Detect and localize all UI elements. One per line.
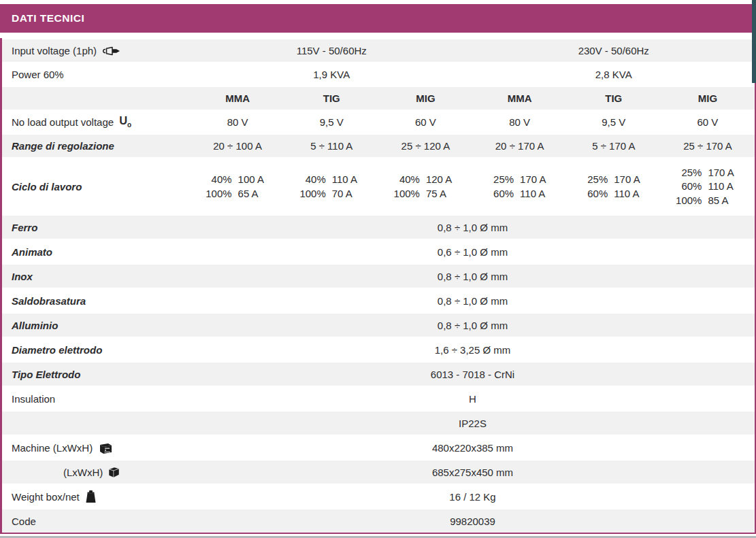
spec-value: IP22S <box>191 411 755 435</box>
mode-header: MIG <box>378 87 472 110</box>
range-value: 20 ÷ 100 A <box>191 135 284 157</box>
mode-header: TIG <box>567 87 661 110</box>
row-code: Code 99820039 <box>2 508 755 533</box>
input-voltage-115: 115V - 50/60Hz <box>191 39 473 62</box>
spec-value: 16 / 12 Kg <box>191 485 755 508</box>
mode-header: MMA <box>191 87 284 110</box>
spec-value: 0,6 ÷ 1,0 Ø mm <box>191 240 755 263</box>
mode-header: TIG <box>284 87 378 110</box>
power-label-cell: Power 60% <box>2 63 191 86</box>
range-values: 20 ÷ 100 A 5 ÷ 110 A 25 ÷ 120 A 20 ÷ 170… <box>191 135 755 157</box>
row-regulation-range: Range di regolazione 20 ÷ 100 A 5 ÷ 110 … <box>2 133 755 157</box>
spec-value: 480x220x385 mm <box>191 436 755 459</box>
no-load-value: 60 V <box>378 111 472 133</box>
spec-label: (LxWxH) <box>63 467 103 478</box>
duty-cycle-cell: 25%170 A 60%110 A <box>473 158 567 214</box>
duty-cycle-cell: 40%100 A 100%65 A <box>191 158 284 214</box>
spec-label: Alluminio <box>12 320 58 331</box>
spec-label: Animato <box>12 246 52 258</box>
row-tipo-elettrodo: Tipo Elettrodo 6013 - 7018 - CrNi <box>2 361 755 386</box>
row-ip-rating: IP22S <box>2 410 755 435</box>
machine-icon <box>98 441 112 454</box>
spec-label: Code <box>12 516 36 527</box>
edge-strip <box>752 0 756 83</box>
duty-cycle-cell: 40%120 A 100%75 A <box>378 158 472 214</box>
row-animato: Animato 0,6 ÷ 1,0 Ø mm <box>2 239 755 263</box>
weight-icon <box>85 490 97 503</box>
duty-cycle-values: 40%100 A 100%65 A 40%110 A 100%70 A 40%1… <box>191 158 755 214</box>
range-value: 5 ÷ 110 A <box>284 135 378 157</box>
mode-header: MIG <box>661 87 755 110</box>
row-diametro-elettrodo: Diametro elettrodo 1,6 ÷ 3,25 Ø mm <box>2 337 755 361</box>
row-insulation: Insulation H <box>2 386 755 410</box>
row-input-voltage: Input voltage (1ph) 115V - 50/60Hz 230V … <box>2 38 755 62</box>
power-label: Power 60% <box>12 69 64 80</box>
power-115: 1,9 KVA <box>191 63 473 86</box>
power-230: 2,8 KVA <box>473 63 755 86</box>
range-value: 5 ÷ 170 A <box>567 135 661 157</box>
u0-symbol: Uo <box>119 115 131 129</box>
page: DATI TECNICI Input voltage (1ph) 115V - … <box>0 4 756 534</box>
no-load-value: 80 V <box>191 111 284 133</box>
input-voltage-label-cell: Input voltage (1ph) <box>2 39 191 62</box>
duty-cycle-cell: 40%110 A 100%70 A <box>284 158 378 214</box>
no-load-label-cell: No load output voltage Uo <box>2 111 191 133</box>
no-load-value: 80 V <box>473 111 567 133</box>
input-voltage-label: Input voltage (1ph) <box>12 45 97 56</box>
range-value: 25 ÷ 170 A <box>661 135 755 157</box>
spec-value: 0,8 ÷ 1,0 Ø mm <box>191 265 755 288</box>
row-box-dimensions: (LxWxH) 685x275x450 mm <box>2 459 755 484</box>
spec-label: Weight box/net <box>12 491 80 503</box>
spec-label: Ferro <box>12 222 37 233</box>
row-inox: Inox 0,8 ÷ 1,0 Ø mm <box>2 263 755 288</box>
duty-cycle-label-cell: Ciclo di lavoro <box>2 158 191 214</box>
row-alluminio: Alluminio 0,8 ÷ 1,0 Ø mm <box>2 312 755 337</box>
no-load-value: 9,5 V <box>567 111 661 133</box>
mode-headers-cells: MMA TIG MIG MMA TIG MIG <box>191 87 755 110</box>
row-mode-headers: MMA TIG MIG MMA TIG MIG <box>2 86 755 110</box>
no-load-label: No load output voltage <box>12 116 114 128</box>
range-value: 20 ÷ 170 A <box>473 135 567 157</box>
power-plug-icon <box>102 46 120 56</box>
input-voltage-230: 230V - 50/60Hz <box>473 39 755 62</box>
spec-label: Machine (LxWxH) <box>12 442 93 454</box>
spec-value: 685x275x450 mm <box>191 460 755 484</box>
power-values: 1,9 KVA 2,8 KVA <box>191 63 755 86</box>
mode-headers-empty-cell <box>2 87 191 110</box>
spec-value: 0,8 ÷ 1,0 Ø mm <box>191 216 755 239</box>
row-no-load-voltage: No load output voltage Uo 80 V 9,5 V 60 … <box>2 110 755 133</box>
spec-value: 0,8 ÷ 1,0 Ø mm <box>191 314 755 337</box>
row-duty-cycle: Ciclo di lavoro 40%100 A 100%65 A 40%110… <box>2 157 755 214</box>
no-load-value: 60 V <box>661 111 755 133</box>
row-power: Power 60% 1,9 KVA 2,8 KVA <box>2 62 755 86</box>
row-saldobrasatura: Saldobrasatura 0,8 ÷ 1,0 Ø mm <box>2 288 755 312</box>
duty-cycle-cell: 25%170 A 60%110 A 100%85 A <box>661 158 755 214</box>
row-machine-dimensions: Machine (LxWxH) 480x220x385 mm <box>2 435 755 459</box>
spec-label: Tipo Elettrodo <box>12 369 80 380</box>
section-title: DATI TECNICI <box>12 12 84 24</box>
row-weight: Weight box/net 16 / 12 Kg <box>2 484 755 508</box>
duty-cycle-label: Ciclo di lavoro <box>12 181 82 192</box>
spec-value: 1,6 ÷ 3,25 Ø mm <box>191 338 755 361</box>
row-ferro: Ferro 0,8 ÷ 1,0 Ø mm <box>2 214 755 239</box>
spec-value: 0,8 ÷ 1,0 Ø mm <box>191 289 755 312</box>
range-label: Range di regolazione <box>12 140 114 152</box>
mode-header: MMA <box>473 87 567 110</box>
spec-value: 99820039 <box>191 509 755 533</box>
section-header: DATI TECNICI <box>0 4 756 33</box>
box-icon <box>108 466 120 478</box>
spec-label: Diametro elettrodo <box>12 344 102 356</box>
range-label-cell: Range di regolazione <box>2 135 191 157</box>
spec-label: Saldobrasatura <box>12 295 86 307</box>
duty-cycle-cell: 25%170 A 60%110 A <box>567 158 661 214</box>
spec-label: Insulation <box>12 393 55 405</box>
input-voltage-values: 115V - 50/60Hz 230V - 50/60Hz <box>191 39 755 62</box>
no-load-value: 9,5 V <box>284 111 378 133</box>
range-value: 25 ÷ 120 A <box>378 135 472 157</box>
no-load-values: 80 V 9,5 V 60 V 80 V 9,5 V 60 V <box>191 111 755 133</box>
spec-value: 6013 - 7018 - CrNi <box>191 363 755 386</box>
spec-label: Inox <box>12 271 33 282</box>
technical-data-table: Input voltage (1ph) 115V - 50/60Hz 230V … <box>0 38 756 534</box>
spec-value: H <box>191 387 755 410</box>
